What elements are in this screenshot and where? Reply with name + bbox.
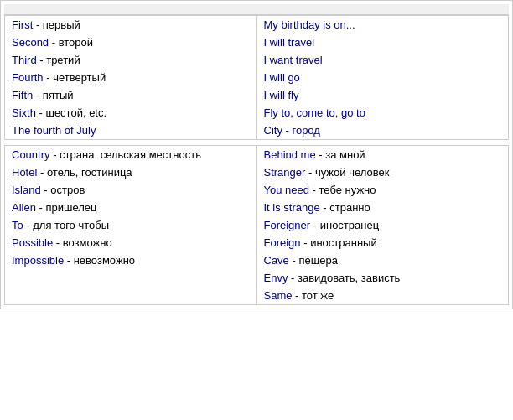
word-russian: - возможно bbox=[53, 236, 111, 249]
cell-right: It is strange - странно bbox=[256, 199, 509, 216]
cell-left: Island - остров bbox=[5, 181, 257, 199]
cell-left: The fourth of July bbox=[5, 122, 257, 140]
cell-left: Fifth - пятый bbox=[5, 86, 257, 104]
word-english: You need bbox=[264, 184, 309, 196]
table-row: Country - страна, сельская местностьBehi… bbox=[5, 146, 509, 164]
table-row: Second - второйI will travel bbox=[5, 34, 509, 51]
table-row: Third - третийI want travel bbox=[5, 51, 509, 69]
word-russian: - шестой, etc. bbox=[36, 106, 106, 119]
cell-right: Behind me - за мной bbox=[256, 146, 509, 164]
word-english: Impossible bbox=[12, 254, 64, 267]
word-russian: - иностранный bbox=[301, 236, 377, 249]
cell-right: Stranger - чужой человек bbox=[256, 163, 509, 181]
word-english: Fifth bbox=[12, 89, 33, 101]
word-english: Possible bbox=[12, 236, 53, 249]
cell-right: I want travel bbox=[256, 51, 509, 69]
cell-right: Foreign - иностранный bbox=[256, 234, 509, 251]
word-russian: - четвертый bbox=[44, 71, 106, 84]
table-row: To - для того чтобыForeigner - иностране… bbox=[5, 216, 509, 234]
table-row: Hotel - отель, гостиницаStranger - чужой… bbox=[5, 163, 509, 181]
word-english: Fourth bbox=[12, 71, 44, 84]
table-row: Island - островYou need - тебе нужно bbox=[5, 181, 509, 199]
table-row: Impossible - невозможноCave - пещера bbox=[5, 251, 509, 269]
cell-left: Impossible - невозможно bbox=[5, 251, 257, 269]
word-english: Island bbox=[12, 184, 41, 196]
table-row: Same - тот же bbox=[5, 287, 509, 305]
word-english: Sixth bbox=[12, 106, 36, 119]
word-russian: - пещера bbox=[289, 254, 338, 267]
word-english: Country bbox=[12, 148, 50, 161]
word-russian: - отель, гостиница bbox=[37, 166, 132, 179]
cell-right: Fly to, come to, go to bbox=[256, 104, 509, 122]
cell-left: Third - третий bbox=[5, 51, 257, 69]
cell-right: Envy - завидовать, зависть bbox=[256, 269, 509, 287]
cell-left: Sixth - шестой, etc. bbox=[5, 104, 257, 122]
cell-right: Same - тот же bbox=[256, 287, 509, 305]
word-english: Foreigner bbox=[264, 219, 311, 231]
word-english: Second bbox=[12, 36, 49, 49]
word-english: Alien bbox=[12, 201, 36, 214]
cell-left: Possible - возможно bbox=[5, 234, 257, 251]
cell-right: I will fly bbox=[256, 86, 509, 104]
cell-left: Hotel - отель, гостиница bbox=[5, 163, 257, 181]
table-row: Possible - возможноForeign - иностранный bbox=[5, 234, 509, 251]
cell-left bbox=[5, 269, 257, 287]
word-russian: - второй bbox=[49, 36, 93, 49]
word-english: Cave bbox=[264, 254, 289, 267]
section2-table: Country - страна, сельская местностьBehi… bbox=[4, 145, 509, 305]
word-russian: - страна, сельская местность bbox=[50, 148, 201, 161]
word-russian: - пятый bbox=[33, 89, 73, 101]
word-russian: - невозможно bbox=[64, 254, 135, 267]
word-russian: - первый bbox=[33, 18, 80, 31]
cell-right: Foreigner - иностранец bbox=[256, 216, 509, 234]
table-row: The fourth of JulyCity - город bbox=[5, 122, 509, 140]
cell-right: City - город bbox=[256, 122, 509, 140]
word-russian: - третий bbox=[37, 54, 80, 66]
word-english: Stranger bbox=[264, 166, 306, 179]
word-russian: - иностранец bbox=[310, 219, 379, 231]
table-row: Fourth - четвертыйI will go bbox=[5, 69, 509, 86]
word-english: Third bbox=[12, 54, 37, 66]
table-row: Alien - пришелецIt is strange - странно bbox=[5, 199, 509, 216]
cell-right: My birthday is on... bbox=[256, 16, 509, 34]
table-row: Fifth - пятыйI will fly bbox=[5, 86, 509, 104]
table-row: First - первыйMy birthday is on... bbox=[5, 16, 509, 34]
word-russian: - за мной bbox=[316, 148, 365, 161]
cell-right: You need - тебе нужно bbox=[256, 181, 509, 199]
word-english: Hotel bbox=[12, 166, 37, 179]
word-english: To bbox=[12, 219, 23, 231]
cell-left: To - для того чтобы bbox=[5, 216, 257, 234]
word-english: The fourth of July bbox=[12, 124, 96, 137]
cell-left: Fourth - четвертый bbox=[5, 69, 257, 86]
word-english: Envy bbox=[264, 272, 288, 284]
table-row: Envy - завидовать, зависть bbox=[5, 269, 509, 287]
cell-left bbox=[5, 287, 257, 305]
word-russian: - чужой человек bbox=[305, 166, 389, 179]
word-english: Behind me bbox=[264, 148, 316, 161]
word-english: Same bbox=[264, 289, 293, 302]
cell-left: Alien - пришелец bbox=[5, 199, 257, 216]
page-title bbox=[4, 4, 509, 15]
word-english: Foreign bbox=[264, 236, 301, 249]
table-row: Sixth - шестой, etc.Fly to, come to, go … bbox=[5, 104, 509, 122]
word-russian: - тот же bbox=[292, 289, 334, 302]
word-russian: - для того чтобы bbox=[23, 219, 109, 231]
word-russian: - тебе нужно bbox=[309, 184, 376, 196]
word-russian: - остров bbox=[41, 184, 86, 196]
cell-left: First - первый bbox=[5, 16, 257, 34]
cell-right: I will go bbox=[256, 69, 509, 86]
cell-right: Cave - пещера bbox=[256, 251, 509, 269]
cell-right: I will travel bbox=[256, 34, 509, 51]
page-wrapper: First - первыйMy birthday is on...Second… bbox=[0, 0, 513, 309]
word-russian: - завидовать, зависть bbox=[288, 272, 400, 284]
word-english: First bbox=[12, 18, 33, 31]
cell-left: Second - второй bbox=[5, 34, 257, 51]
cell-left: Country - страна, сельская местность bbox=[5, 146, 257, 164]
word-english: It is strange bbox=[264, 201, 320, 214]
word-russian: - странно bbox=[320, 201, 370, 214]
word-russian: - пришелец bbox=[36, 201, 97, 214]
section1-table: First - первыйMy birthday is on...Second… bbox=[4, 15, 509, 140]
